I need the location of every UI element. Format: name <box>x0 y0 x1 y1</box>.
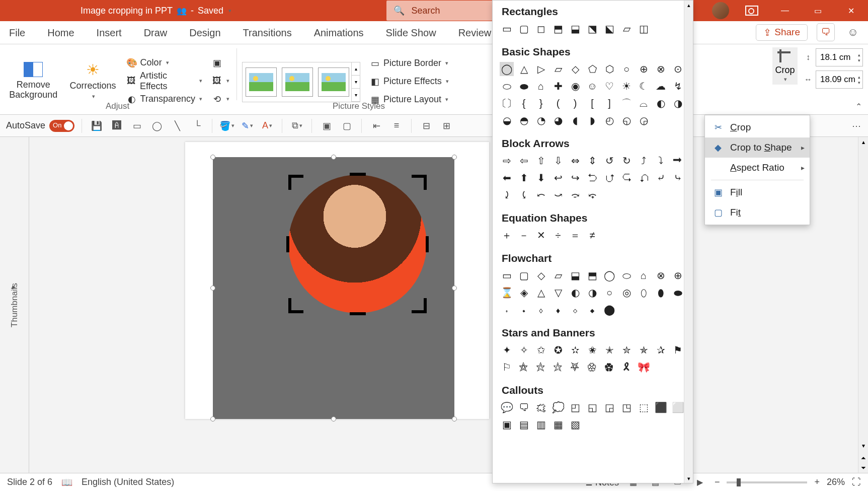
shape-option[interactable]: ≠ <box>585 228 599 242</box>
zoom-out-icon[interactable]: − <box>715 477 720 487</box>
shape-option[interactable]: ⬓ <box>568 22 582 36</box>
shape-option[interactable]: ▷ <box>534 62 548 76</box>
qat-sendback-icon[interactable]: ▢ <box>339 118 354 133</box>
shape-option[interactable]: ↺ <box>602 154 616 168</box>
shape-option[interactable]: ⬯ <box>637 286 651 300</box>
shape-option[interactable]: 🎗 <box>619 360 634 374</box>
shape-option[interactable]: ⬛ <box>654 400 668 414</box>
picture-effects-button[interactable]: ◧Picture Effects▾ <box>367 73 451 90</box>
crop-menu-to-shape[interactable]: ◆ Crop to Shape ▸ <box>705 137 810 158</box>
shape-option[interactable]: ⬫ <box>500 303 514 317</box>
shape-option[interactable]: ◫ <box>637 22 651 36</box>
artistic-effects-button[interactable]: 🖼Artistic Effects▾ <box>124 73 204 90</box>
shape-option[interactable]: ( <box>551 96 565 110</box>
qat-distribute-icon[interactable]: ⊞ <box>439 118 454 133</box>
shape-option[interactable]: ↻ <box>619 154 634 168</box>
height-input[interactable]: 18.1 cm ▴▾ <box>816 48 863 66</box>
shape-option[interactable]: ⛤ <box>517 360 531 374</box>
shape-option[interactable]: ✰ <box>654 343 668 357</box>
shape-option[interactable]: ⬥ <box>585 303 599 317</box>
crop-handle[interactable] <box>412 298 427 313</box>
shape-option[interactable]: ⮌ <box>585 171 599 185</box>
shape-option[interactable]: ◎ <box>619 286 634 300</box>
shape-option[interactable]: 🎀 <box>637 360 651 374</box>
qat-save-icon[interactable]: 💾 <box>89 118 104 133</box>
shape-option[interactable]: ✬ <box>585 343 599 357</box>
toggle-switch-icon[interactable]: On <box>49 120 74 132</box>
shape-option[interactable]: ⬮ <box>654 286 668 300</box>
shape-option[interactable]: ✮ <box>619 343 634 357</box>
shape-option[interactable]: ⤶ <box>654 171 668 185</box>
shape-option[interactable]: ⬅ <box>500 171 514 185</box>
user-avatar[interactable] <box>712 2 729 19</box>
qat-group-icon[interactable]: ⧉▾ <box>289 118 304 133</box>
slide-nav-buttons[interactable]: ⏶⏷ <box>858 453 868 473</box>
shape-option[interactable]: － <box>517 228 531 242</box>
shape-option[interactable]: ⮕ <box>671 154 685 168</box>
shape-option[interactable]: ◕ <box>551 113 565 127</box>
shape-option[interactable]: ☁ <box>654 79 668 93</box>
shape-option[interactable]: ▣ <box>500 417 514 432</box>
shape-option[interactable]: ↩ <box>551 171 565 185</box>
shape-option[interactable]: ◲ <box>602 400 616 414</box>
comments-button[interactable]: 🗨 <box>817 23 835 41</box>
shape-option[interactable]: 💬 <box>500 400 514 414</box>
shape-option[interactable]: ☀ <box>619 79 634 93</box>
change-picture-button[interactable]: 🖼▾ <box>209 73 231 90</box>
shape-option[interactable]: ◓ <box>517 113 531 127</box>
shape-option[interactable]: ⬨ <box>534 303 548 317</box>
qat-fill-icon[interactable]: 🪣▾ <box>219 118 234 133</box>
style-thumb[interactable] <box>282 67 313 97</box>
shape-option[interactable]: ⬭ <box>619 268 634 283</box>
shape-option[interactable]: ⤷ <box>671 171 685 185</box>
shape-option[interactable]: ⌂ <box>534 79 548 93</box>
shape-option[interactable]: ⬠ <box>585 62 599 76</box>
shape-option[interactable]: ⤹ <box>517 188 531 202</box>
qat-oval-icon[interactable]: ◯ <box>149 118 165 133</box>
shape-option[interactable]: 〔〕 <box>500 96 514 110</box>
shape-option[interactable]: ⤽ <box>585 188 599 202</box>
shape-option[interactable]: ↯ <box>671 79 685 93</box>
shape-option[interactable]: ▽ <box>551 286 565 300</box>
shape-option[interactable]: [ <box>585 96 599 110</box>
shape-option[interactable]: ◯ <box>602 268 616 283</box>
shape-option[interactable]: ⬇ <box>534 171 548 185</box>
shape-option[interactable]: 💭 <box>551 400 565 414</box>
shape-option[interactable]: ⇩ <box>551 154 565 168</box>
feedback-icon[interactable]: ☺ <box>844 23 862 41</box>
shape-option[interactable]: △ <box>534 286 548 300</box>
resize-handle[interactable] <box>210 286 215 291</box>
shape-option[interactable]: ⌂ <box>637 268 651 283</box>
shape-option[interactable]: ⤼ <box>568 188 582 202</box>
shape-option[interactable]: ◖ <box>568 113 582 127</box>
crop-handle[interactable] <box>286 236 289 252</box>
shape-option[interactable]: ✯ <box>637 343 651 357</box>
zoom-level[interactable]: 26% <box>827 477 845 487</box>
tab-transitions[interactable]: Transitions <box>240 22 295 44</box>
shape-option[interactable]: ⚐ <box>500 360 514 374</box>
spellcheck-icon[interactable]: 📖 <box>61 477 72 488</box>
shape-option[interactable]: ☺ <box>585 79 599 93</box>
qat-elbow-icon[interactable]: └ <box>190 118 205 133</box>
qat-alignobj-icon[interactable]: ⊟ <box>419 118 434 133</box>
qat-more-icon[interactable]: ⋯ <box>852 120 861 131</box>
zoom-in-icon[interactable]: + <box>814 477 820 487</box>
qat-textbox-icon[interactable]: 🅰 <box>109 118 124 133</box>
shape-option[interactable]: ⤸ <box>500 188 514 202</box>
crop-handle[interactable] <box>350 173 366 176</box>
fit-to-window-icon[interactable]: ⛶ <box>852 477 861 487</box>
shape-option[interactable]: 🗯 <box>534 400 548 414</box>
shape-option[interactable]: ⬬ <box>517 79 531 93</box>
qat-bringfront-icon[interactable]: ▣ <box>319 118 334 133</box>
autosave-toggle[interactable]: AutoSave On <box>6 120 74 132</box>
shape-option[interactable]: ▭ <box>500 268 514 283</box>
shape-option[interactable]: ▱ <box>551 268 565 283</box>
picture-styles-gallery[interactable]: ▴▾▾ <box>242 62 360 102</box>
tab-home[interactable]: Home <box>44 22 77 44</box>
qat-fontcolor-icon[interactable]: A▾ <box>260 118 275 133</box>
crop-menu-aspect[interactable]: Aspect Ratio ▸ <box>705 158 810 178</box>
height-spinner[interactable]: ▴▾ <box>858 52 860 63</box>
shape-option[interactable]: ⬩ <box>517 303 531 317</box>
tab-draw[interactable]: Draw <box>141 22 171 44</box>
shape-option[interactable]: ✧ <box>517 343 531 357</box>
